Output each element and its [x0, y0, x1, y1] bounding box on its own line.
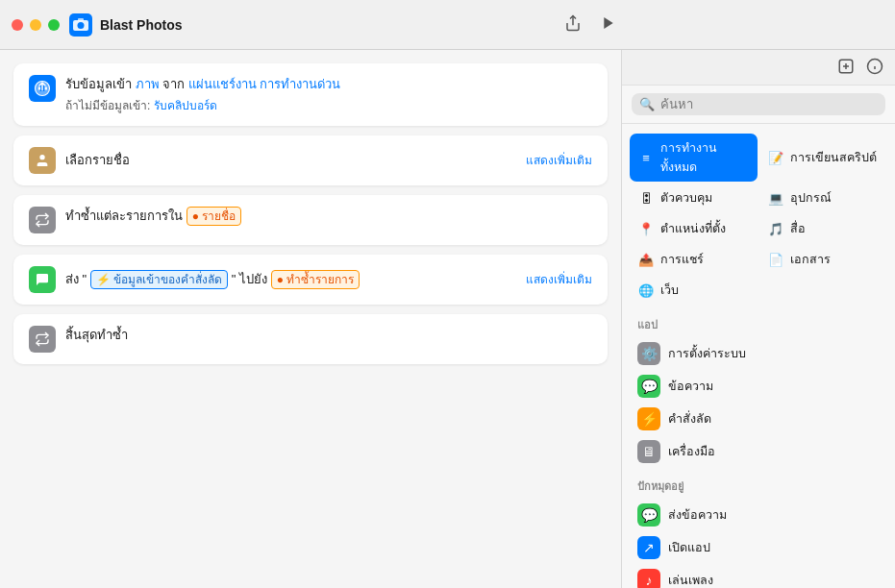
input-type-link[interactable]: ภาพ: [136, 77, 160, 91]
category-web-label: เว็บ: [660, 281, 679, 300]
documents-icon: 📄: [767, 251, 784, 268]
control-icon: 🎛: [637, 189, 655, 207]
repeat-item-tag[interactable]: ● ทำซ้ำรายการ: [271, 270, 360, 289]
end-repeat-icon: [29, 326, 56, 353]
choose-name-show-more[interactable]: แสดงเพิ่มเติม: [526, 151, 592, 169]
search-icon: 🔍: [639, 97, 655, 111]
app-device[interactable]: 🖥 เครื่องมือ: [630, 435, 887, 468]
svg-rect-3: [78, 18, 84, 21]
category-equipment-label: อุปกรณ์: [790, 188, 832, 208]
app-messages-label: ข้อความ: [668, 377, 713, 396]
repeat-list-card: ทำซ้ำแต่ละรายการใน ● รายชื่อ: [13, 195, 608, 245]
end-repeat-body: สิ้นสุดทำซ้ำ: [65, 326, 592, 345]
share-button[interactable]: [564, 14, 582, 36]
send-msg-main: ส่ง " ⚡ ข้อมูลเข้าของคำสั่งลัด " ไปยัง ●…: [65, 270, 526, 289]
category-share-label: การแชร์: [660, 250, 704, 269]
choose-name-card: เลือกรายชื่อ แสดงเพิ่มเติม: [13, 135, 608, 185]
app-device-label: เครื่องมือ: [668, 442, 715, 461]
pinned-send-msg[interactable]: 💬 ส่งข้อความ: [630, 499, 887, 531]
apps-section-label: แอป: [622, 308, 895, 335]
all-icon: ≡: [637, 149, 655, 166]
equipment-icon: 💻: [767, 189, 784, 207]
receive-input-body: รับข้อมูลเข้า ภาพ จาก แผ่นแชร์งาน การทำง…: [65, 75, 592, 114]
pinned-send-icon: 💬: [637, 503, 660, 527]
pinned-open-label: เปิดแอป: [668, 538, 710, 557]
receive-input-card: รับข้อมูลเข้า ภาพ จาก แผ่นแชร์งาน การทำง…: [13, 63, 608, 126]
titlebar-actions: [564, 14, 616, 36]
category-documents[interactable]: 📄 เอกสาร: [759, 245, 887, 274]
receive-input-sub: ถ้าไม่มีข้อมูลเข้า: รับคลิปบอร์ด: [65, 96, 592, 114]
app-shortcuts[interactable]: ⚡ คำสั่งลัด: [630, 403, 887, 435]
svg-marker-5: [604, 17, 612, 29]
pinned-music-label: เล่นเพลง: [668, 571, 713, 588]
source-link1[interactable]: แผ่นแชร์งาน: [188, 77, 257, 91]
media-icon: 🎵: [767, 220, 784, 237]
pinned-open-icon: ↗: [637, 536, 660, 559]
category-all[interactable]: ≡ การทำงานทั้งหมด: [630, 134, 758, 182]
app-messages[interactable]: 💬 ข้อความ: [630, 370, 887, 403]
pinned-list: 💬 ส่งข้อความ ↗ เปิดแอป ♪ เล่นเพลง: [622, 497, 895, 588]
send-msg-card: ส่ง " ⚡ ข้อมูลเข้าของคำสั่งลัด " ไปยัง ●…: [13, 255, 608, 305]
category-scripting-label: การเขียนสคริปต์: [790, 148, 877, 167]
repeat-list-main: ทำซ้ำแต่ละรายการใน ● รายชื่อ: [65, 207, 592, 226]
app-settings-label: การตั้งค่าระบบ: [668, 344, 746, 363]
left-panel: รับข้อมูลเข้า ภาพ จาก แผ่นแชร์งาน การทำง…: [0, 50, 621, 588]
category-media[interactable]: 🎵 สื่อ: [759, 214, 887, 243]
close-button[interactable]: [12, 19, 23, 31]
category-media-label: สื่อ: [790, 219, 806, 238]
pinned-open-app[interactable]: ↗ เปิดแอป: [630, 531, 887, 564]
web-icon: 🌐: [637, 282, 655, 299]
main-content: รับข้อมูลเข้า ภาพ จาก แผ่นแชร์งาน การทำง…: [0, 50, 895, 588]
traffic-lights: [12, 19, 60, 31]
end-repeat-card: สิ้นสุดทำซ้ำ: [13, 314, 608, 364]
choose-name-icon: [29, 147, 56, 174]
category-all-label: การทำงานทั้งหมด: [660, 138, 750, 177]
add-action-button[interactable]: [837, 58, 855, 79]
svg-point-7: [39, 155, 44, 159]
play-button[interactable]: [601, 15, 616, 35]
apps-list: ⚙️ การตั้งค่าระบบ 💬 ข้อความ ⚡ คำสั่งลัด …: [622, 335, 895, 470]
category-equipment[interactable]: 💻 อุปกรณ์: [759, 184, 887, 212]
search-input[interactable]: [660, 97, 878, 111]
app-icon: [69, 13, 92, 37]
svg-point-2: [78, 22, 85, 29]
settings-icon: ⚙️: [637, 342, 660, 365]
share-icon: 📤: [637, 251, 655, 268]
shortcut-input-tag[interactable]: ⚡ ข้อมูลเข้าของคำสั่งลัด: [90, 270, 228, 289]
device-icon: 🖥: [637, 440, 660, 463]
categories-section: ≡ การทำงานทั้งหมด 📝 การเขียนสคริปต์ 🎛 ตั…: [622, 124, 895, 588]
category-scripting[interactable]: 📝 การเขียนสคริปต์: [759, 134, 887, 182]
pinned-music[interactable]: ♪ เล่นเพลง: [630, 564, 887, 588]
list-tag[interactable]: ● รายชื่อ: [186, 207, 242, 226]
scripting-icon: 📝: [767, 149, 784, 166]
category-location[interactable]: 📍 ตำแหน่งที่ตั้ง: [630, 214, 758, 243]
minimize-button[interactable]: [30, 19, 41, 31]
category-control[interactable]: 🎛 ตัวควบคุม: [630, 184, 758, 212]
source-link2[interactable]: การทำงานด่วน: [260, 77, 340, 91]
info-button[interactable]: [866, 58, 883, 79]
category-share[interactable]: 📤 การแชร์: [630, 245, 758, 274]
location-icon: 📍: [637, 220, 655, 237]
choose-name-label: เลือกรายชื่อ: [65, 151, 130, 170]
app-title-area: Blast Photos: [69, 13, 183, 37]
repeat-list-icon: [29, 207, 56, 233]
app-title: Blast Photos: [100, 17, 183, 33]
titlebar: Blast Photos: [0, 0, 895, 50]
category-documents-label: เอกสาร: [790, 250, 831, 269]
category-web[interactable]: 🌐 เว็บ: [630, 276, 758, 305]
category-location-label: ตำแหน่งที่ตั้ง: [660, 219, 726, 238]
search-input-wrap[interactable]: 🔍: [632, 93, 885, 115]
receive-input-main: รับข้อมูลเข้า ภาพ จาก แผ่นแชร์งาน การทำง…: [65, 75, 592, 94]
repeat-list-body: ทำซ้ำแต่ละรายการใน ● รายชื่อ: [65, 207, 592, 226]
send-msg-icon: [29, 266, 56, 293]
app-shortcuts-label: คำสั่งลัด: [668, 409, 711, 429]
send-msg-show-more[interactable]: แสดงเพิ่มเติม: [526, 270, 592, 288]
app-settings[interactable]: ⚙️ การตั้งค่าระบบ: [630, 337, 887, 370]
fallback-link[interactable]: รับคลิปบอร์ด: [154, 99, 217, 112]
maximize-button[interactable]: [48, 19, 60, 31]
shortcuts-icon: ⚡: [637, 407, 660, 430]
pinned-send-label: ส่งข้อความ: [668, 505, 727, 525]
right-panel: 🔍 ≡ การทำงานทั้งหมด 📝 การเขียนสคริปต์ 🎛 …: [621, 50, 895, 588]
category-control-label: ตัวควบคุม: [660, 188, 712, 208]
end-repeat-label: สิ้นสุดทำซ้ำ: [65, 326, 592, 345]
